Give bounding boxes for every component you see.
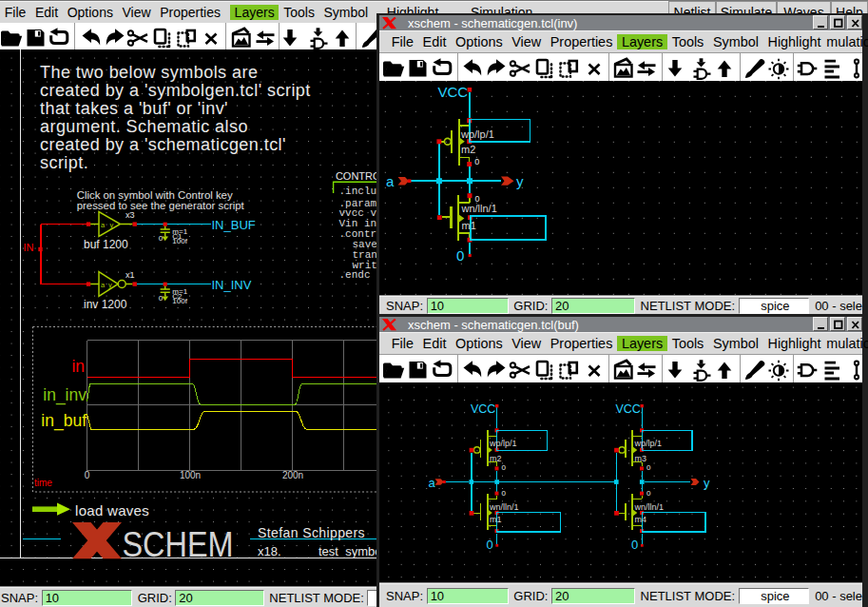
svg-text:m2: m2 [490, 454, 502, 463]
svg-text:x3: x3 [125, 210, 135, 220]
svg-text:100n: 100n [180, 470, 201, 480]
svg-text:a: a [429, 476, 436, 490]
svg-text:y: y [108, 281, 112, 289]
svg-text:wn/lln/1: wn/lln/1 [461, 203, 497, 214]
svg-text:200n: 200n [282, 470, 303, 480]
svg-text:x18.: x18. [258, 544, 281, 558]
svg-text:load waves: load waves [75, 502, 149, 519]
svg-text:a: a [386, 173, 395, 189]
svg-text:time: time [34, 478, 52, 488]
svg-text:Stefan Schippers: Stefan Schippers [258, 525, 365, 540]
svg-text:pressed to see the generator s: pressed to see the generator script [77, 200, 245, 211]
svg-text:argument. Schematic also: argument. Schematic also [40, 117, 248, 136]
svg-text:m2: m2 [461, 144, 475, 155]
svg-text:in_buf: in_buf [41, 411, 87, 431]
svg-text:m3: m3 [635, 454, 647, 463]
svg-text:0: 0 [85, 470, 90, 480]
svg-text:0: 0 [474, 157, 479, 166]
svg-text:SCHEM: SCHEM [123, 525, 234, 564]
svg-text:in: in [71, 357, 85, 376]
svg-text:a: a [101, 221, 106, 229]
svg-text:in_inv: in_inv [43, 385, 87, 405]
svg-text:0: 0 [475, 194, 480, 204]
svg-text:y: y [704, 476, 710, 490]
svg-text:100f: 100f [172, 237, 187, 245]
svg-text:y: y [516, 173, 524, 189]
svg-text:a: a [101, 281, 106, 289]
svg-text:script.: script. [40, 153, 88, 172]
svg-text:VCC: VCC [438, 84, 469, 100]
svg-text:.endc: .endc [339, 269, 371, 281]
svg-text:0: 0 [159, 294, 164, 303]
svg-text:IN_BUF: IN_BUF [212, 218, 256, 232]
svg-text:that takes a 'buf' or 'inv': that takes a 'buf' or 'inv' [40, 99, 228, 118]
svg-text:y: y [110, 221, 114, 229]
svg-text:m1: m1 [490, 515, 502, 524]
svg-text:m1: m1 [462, 220, 476, 231]
svg-text:Click on symbol with Control k: Click on symbol with Control key [77, 189, 233, 201]
svg-text:100f: 100f [172, 297, 187, 305]
svg-text:created by a 'symbolgen.tcl' s: created by a 'symbolgen.tcl' script [40, 81, 311, 100]
svg-text:buf 1200: buf 1200 [84, 238, 128, 251]
svg-text:IN: IN [24, 242, 34, 253]
svg-text:created by a 'schematicgen.tcl: created by a 'schematicgen.tcl' [40, 135, 286, 154]
svg-text:x1: x1 [125, 270, 135, 280]
svg-text:0: 0 [159, 234, 164, 243]
svg-text:inv 1200: inv 1200 [84, 298, 127, 311]
svg-text:0: 0 [456, 247, 464, 264]
svg-text:The two below symbols are: The two below symbols are [40, 63, 258, 82]
svg-text:IN_INV: IN_INV [212, 278, 252, 292]
svg-text:m4: m4 [635, 515, 647, 524]
svg-text:wp/lp/1: wp/lp/1 [460, 128, 494, 140]
